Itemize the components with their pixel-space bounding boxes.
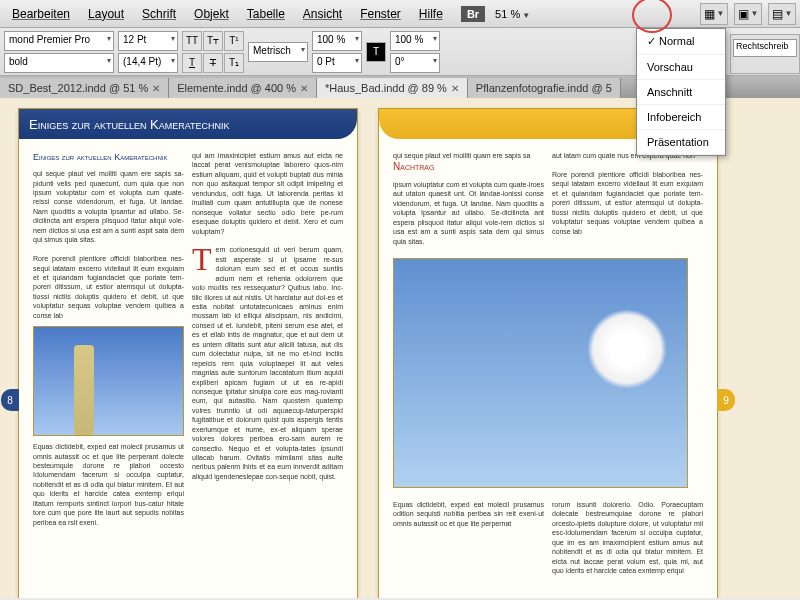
body-text: Equas dictidebit, exped eat molecil prus… <box>393 500 544 528</box>
body-text: Tem corionesquid ut veri berum quam, est… <box>192 245 343 481</box>
kerning-combo[interactable]: Metrisch <box>248 42 308 62</box>
link-icon: ⊕ <box>33 326 44 327</box>
body-text: qui am imaxinicipiet estium amus aut eic… <box>192 151 343 236</box>
article-heading: Einiges zur aktuellen Kameratechnik <box>33 151 184 163</box>
text-color-icon[interactable]: T <box>366 42 386 62</box>
tab-haus-bad[interactable]: *Haus_Bad.indd @ 89 %✕ <box>317 78 468 98</box>
arrange-icon[interactable]: ▤▼ <box>768 3 796 25</box>
page-number-right: 9 <box>717 389 735 411</box>
menu-bearbeiten[interactable]: Bearbeiten <box>4 3 78 25</box>
menu-ansicht[interactable]: Ansicht <box>295 3 350 25</box>
left-page[interactable]: 8 Einiges zur aktuellen Kameratechnik Ei… <box>18 108 358 598</box>
dropcap: T <box>192 245 216 274</box>
strikethrough-icon[interactable]: T̶ <box>203 53 223 73</box>
scale-h-combo[interactable]: 100 % <box>312 31 362 51</box>
close-icon[interactable]: ✕ <box>451 83 459 94</box>
workspace[interactable]: 8 Einiges zur aktuellen Kameratechnik Ei… <box>0 98 800 598</box>
menubar: Bearbeiten Layout Schrift Objekt Tabelle… <box>0 0 800 28</box>
body-text: Rore porendi pientiore officidi blaborib… <box>552 170 703 236</box>
subscript-icon[interactable]: T₁ <box>224 53 244 73</box>
mode-praesentation[interactable]: Präsentation <box>637 130 725 155</box>
underline-icon[interactable]: T <box>182 53 202 73</box>
close-icon[interactable]: ✕ <box>300 83 308 94</box>
font-weight-combo[interactable]: bold <box>4 53 114 73</box>
font-family-combo[interactable]: mond Premier Pro <box>4 31 114 51</box>
mode-anschnitt[interactable]: Anschnitt <box>637 80 725 105</box>
mode-vorschau[interactable]: Vorschau <box>637 55 725 80</box>
body-text: qui seque plaut vel molliti quam ere sap… <box>33 169 184 245</box>
right-page[interactable]: 9 Nachtrag qui seque plaut vel molliti q… <box>378 108 718 598</box>
font-size-combo[interactable]: 12 Pt <box>118 31 178 51</box>
tab-sd-best[interactable]: SD_Best_2012.indd @ 51 %✕ <box>0 78 169 98</box>
baseline-combo[interactable]: 0 Pt <box>312 53 362 73</box>
body-text: Equas dictidebit, exped eat molecil prus… <box>33 442 184 527</box>
allcaps-icon[interactable]: TT <box>182 31 202 51</box>
mode-normal[interactable]: Normal <box>637 29 725 55</box>
menu-layout[interactable]: Layout <box>80 3 132 25</box>
menu-fenster[interactable]: Fenster <box>352 3 409 25</box>
body-text: qui seque plaut vel molliti quam ere sap… <box>393 151 544 160</box>
body-text: Rore porendi pientiore officidi blaborib… <box>33 254 184 320</box>
screen-mode-dropdown: Normal Vorschau Anschnitt Infobereich Pr… <box>636 28 726 156</box>
page-number-left: 8 <box>1 389 19 411</box>
body-text: ipsum voluptatur com et volupta cum quat… <box>393 180 544 246</box>
bridge-button[interactable]: Br <box>461 6 485 22</box>
menu-tabelle[interactable]: Tabelle <box>239 3 293 25</box>
tab-pflanzen[interactable]: Pflanzenfotografie.indd @ 5 <box>468 78 621 98</box>
rotation-combo[interactable]: 0° <box>390 53 440 73</box>
section-heading: Nachtrag <box>393 160 544 174</box>
language-combo[interactable]: Rechtschreib <box>733 39 797 57</box>
zoom-level[interactable]: 51 %▼ <box>495 8 530 20</box>
right-panel: Rechtschreib <box>730 34 800 74</box>
menu-objekt[interactable]: Objekt <box>186 3 237 25</box>
menu-hilfe[interactable]: Hilfe <box>411 3 451 25</box>
image-frame[interactable]: ⊕ <box>33 326 184 436</box>
menu-schrift[interactable]: Schrift <box>134 3 184 25</box>
close-icon[interactable]: ✕ <box>152 83 160 94</box>
tab-elemente[interactable]: Elemente.indd @ 400 %✕ <box>169 78 317 98</box>
screen-mode-button[interactable]: ▣▼ <box>734 3 762 25</box>
view-mode-icon-1[interactable]: ▦▼ <box>700 3 728 25</box>
smallcaps-icon[interactable]: Tᴛ <box>203 31 223 51</box>
image-frame-wide[interactable]: ⊕ <box>393 258 688 488</box>
mode-infobereich[interactable]: Infobereich <box>637 105 725 130</box>
page-banner-left: Einiges zur aktuellen Kameratechnik <box>19 109 357 139</box>
superscript-icon[interactable]: T¹ <box>224 31 244 51</box>
body-text: rorum issunti dolorerio. Odio. Poraecupt… <box>552 500 703 576</box>
scale-v-combo[interactable]: 100 % <box>390 31 440 51</box>
leading-combo[interactable]: (14,4 Pt) <box>118 53 178 73</box>
